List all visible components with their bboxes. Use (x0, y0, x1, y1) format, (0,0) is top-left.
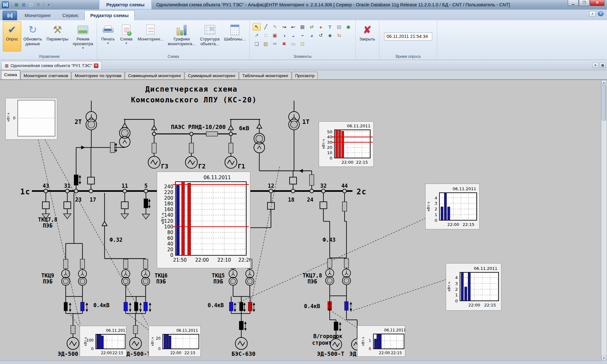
window-tool[interactable]: ▣ (271, 32, 279, 39)
templates-button[interactable]: Шаблоны... (222, 21, 248, 52)
chart-popup-bottom-right[interactable]: 06.11.20110122:0022:15кВт.ч (357, 325, 405, 357)
chart-popup-right-low[interactable]: 06.11.20110123422:0022:15кВт.ч (446, 263, 501, 311)
cut-tool[interactable]: ✂ (271, 40, 279, 48)
doc-list-dropdown-button[interactable]: ▾ (592, 63, 598, 68)
view-mode-button[interactable]: Режим просмотра▼ (71, 21, 95, 52)
doc-windows-button[interactable]: ▣ (599, 63, 606, 68)
monitoring-charts-button[interactable]: Графики мониторинга... (166, 21, 198, 52)
chart-popup-big[interactable]: 06.11.2011020406080100120140160180200220… (157, 172, 250, 268)
select-area-tool[interactable]: ⊡ (298, 40, 307, 48)
svg-text:22:00: 22:00 (379, 351, 390, 355)
document-tab-close-icon[interactable]: ✕ (94, 64, 98, 68)
qat-dropdown-icon[interactable]: ▾ (46, 2, 52, 8)
svg-text:06.11.2011: 06.11.2011 (347, 124, 370, 128)
text-tool[interactable]: T (326, 23, 334, 31)
refresh-data-button[interactable]: ↻Обновить данные (21, 21, 44, 52)
view-tab-Табличный мониторинг[interactable]: Табличный мониторинг (239, 72, 291, 79)
ribbon-group-Время опроса: Время опроса (379, 20, 437, 60)
schema-button[interactable]: ✔Схема▼ (117, 21, 135, 52)
delete-tool[interactable]: ✖ (280, 40, 288, 48)
canvas-vertical-scrollbar[interactable]: ▲ ▼ (601, 80, 606, 361)
document-tab[interactable]: ▦ Однолинейная схема объекта "РУ1 ТЭС" ✕ (1, 61, 102, 70)
opros-button[interactable]: ✔Опрос (3, 21, 21, 52)
diagram-label: 1с (20, 187, 30, 196)
minimize-button[interactable]: ▁ (568, 0, 579, 6)
ribbon-tab-Редактор схемы[interactable]: Редактор схемы (84, 10, 135, 20)
diagram-label: ТКЦ9 (41, 272, 54, 279)
separator (11, 2, 11, 7)
link-orb-tool[interactable]: ● (317, 23, 325, 31)
chart-popup-mini-empty[interactable]: 0кВт.ч (5, 98, 57, 140)
svg-text:2: 2 (455, 287, 458, 292)
view-tab-Мониторинг по группам[interactable]: Мониторинг по группам (71, 72, 125, 79)
view-tab-Суммарный мониторинг[interactable]: Суммарный мониторинг (185, 72, 239, 79)
ribbon-tab-row: МониторингСервисРедактор схемы ∧ ? (0, 9, 607, 20)
view-tab-Совмещенный мониторинг[interactable]: Совмещенный мониторинг (125, 72, 184, 79)
diagram-label: ТКЦ6 (155, 272, 168, 279)
svg-text:кВт.ч: кВт.ч (84, 337, 87, 346)
loop-tool[interactable]: ⇆ (335, 32, 343, 39)
print-button[interactable]: Печать▼ (99, 21, 117, 52)
svg-text:0: 0 (91, 347, 94, 351)
meter-b-tool[interactable]: ◒ (289, 32, 297, 39)
app-menu-button[interactable] (3, 11, 17, 20)
svg-text:20: 20 (156, 336, 161, 341)
paste-tool[interactable]: ▥ (262, 40, 270, 48)
curve-tool[interactable]: ↜ (289, 23, 297, 31)
poll-time-field[interactable] (384, 33, 432, 40)
ribbon-group-Управление: ✔Опрос↻Обновить данные⚒ПараметрыРежим пр… (1, 20, 97, 60)
qat-chart-icon[interactable]: ▦ (14, 2, 19, 8)
textbox-tool[interactable]: ▤ (335, 23, 343, 31)
view-tab-Схема[interactable]: Схема (1, 70, 20, 79)
copy-tool[interactable]: ❏ (253, 40, 261, 48)
qat-wrench-icon[interactable]: ⚒ (35, 2, 41, 8)
chart-popup-bottom-1[interactable]: 06.11.2011010022:0022:15кВт.ч (80, 326, 126, 357)
help-button[interactable]: ? (598, 11, 604, 16)
meter-a-tool[interactable]: ◑ (280, 32, 288, 39)
meter-d-tool[interactable]: ◕ (308, 32, 316, 39)
export-arrow-tool[interactable]: ↗ (253, 32, 261, 39)
parameters-button[interactable]: ⚒Параметры (44, 21, 71, 52)
ribbon-group-label: Элементы (251, 54, 354, 59)
meter-c-tool[interactable]: ◓ (298, 32, 307, 39)
view-tab-Просмотр[interactable]: Просмотр (292, 72, 318, 79)
diamond-tool[interactable]: ◈ (326, 32, 334, 39)
ribbon-tab-Сервис[interactable]: Сервис (57, 11, 84, 20)
folder-tool[interactable]: ▭ (289, 40, 297, 48)
zoom-object-tool[interactable]: ◉ (344, 23, 353, 31)
schema-canvas[interactable]: Диспетчерская схемаКомсомольского ЛПУ (К… (0, 80, 607, 361)
diagram-label: 44 (341, 183, 348, 189)
svg-text:1: 1 (435, 212, 437, 217)
svg-text:22:20: 22:20 (238, 257, 250, 263)
app-logo-icon[interactable] (2, 1, 9, 8)
ribbon-collapse-button[interactable]: ∧ (589, 11, 596, 16)
line-tool[interactable]: ╱ (262, 23, 270, 31)
maximize-button[interactable]: ❐ (579, 0, 590, 6)
scrollbar-thumb[interactable] (602, 86, 606, 120)
qat-calendar-icon[interactable]: ▦ (21, 2, 27, 8)
grid-tool[interactable]: ∷ (262, 32, 270, 39)
chart-popup-right-mid[interactable]: 06.11.20110123422:0022:15кВт.ч (425, 184, 480, 229)
scroll-up-icon[interactable]: ▲ (602, 80, 606, 85)
ribbon-tab-Мониторинг[interactable]: Мониторинг (19, 11, 57, 20)
close-window-button[interactable]: ✕ (590, 0, 604, 6)
view-tab-Мониторинг счетчиков[interactable]: Мониторинг счетчиков (21, 72, 71, 79)
contextual-tab-header[interactable]: Редактор схемы (99, 0, 152, 9)
svg-text:22:15: 22:15 (463, 222, 474, 227)
chart-popup-top-right[interactable]: 06.11.20110102030405022:0022:15кВт.ч (319, 121, 374, 167)
freehand-tool[interactable]: ✎ (271, 23, 279, 31)
polyline-tool[interactable]: ↝ (280, 23, 288, 31)
svg-text:4: 4 (455, 275, 458, 280)
svg-text:1: 1 (369, 338, 371, 343)
close-button[interactable]: ✘Закрыть (357, 21, 377, 52)
shuffle-tool[interactable]: ⇄ (308, 23, 316, 31)
chart-popup-bottom-2[interactable]: 06.11.201102022:0022:15кВт.ч (149, 326, 201, 357)
diagram-label: ПЭБ (308, 278, 317, 285)
object-structure-button[interactable]: Структура объекта... (198, 21, 222, 52)
select-tool[interactable]: ↖ (253, 23, 261, 31)
scroll-down-icon[interactable]: ▼ (602, 356, 606, 361)
rotate-tool[interactable]: ↺ (317, 32, 325, 39)
calculator-tool[interactable]: ▦ (298, 23, 307, 31)
monitoring-button[interactable]: Мониторинг... (135, 21, 165, 52)
qat-document-icon[interactable]: ▢ (28, 2, 34, 8)
